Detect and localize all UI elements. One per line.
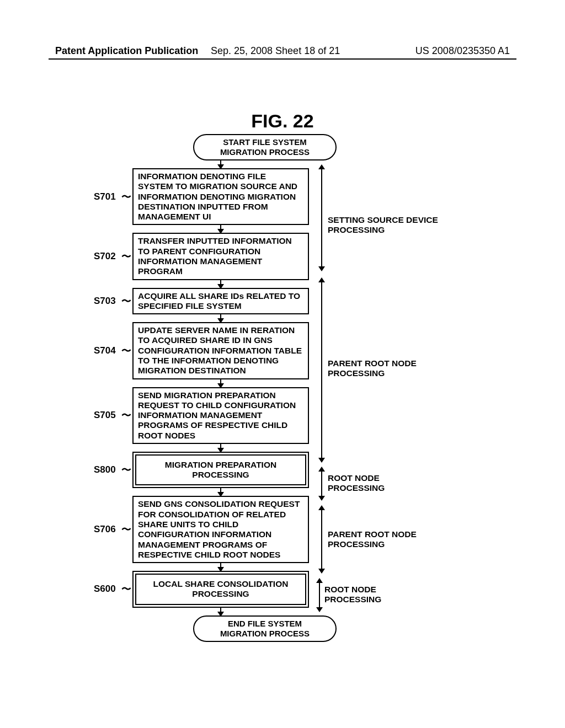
- step-text: SEND GNS CONSOLIDATION REQUEST FOR CONSO…: [132, 496, 309, 563]
- header-pub-number: US 2008/0235350 A1: [415, 45, 510, 57]
- subprocess-text: MIGRATION PREPARATION PROCESSING: [135, 454, 306, 486]
- step-s706: S706 〜 SEND GNS CONSOLIDATION REQUEST FO…: [132, 496, 309, 563]
- step-text: ACQUIRE ALL SHARE IDs RELATED TO SPECIFI…: [132, 288, 309, 315]
- step-id: S703: [94, 296, 116, 307]
- step-s702: S702 〜 TRANSFER INPUTTED INFORMATION TO …: [132, 233, 309, 280]
- tilde-icon: 〜: [121, 409, 131, 422]
- figure-title: FIG. 22: [0, 110, 565, 132]
- bracket-label-parent-root-2: PARENT ROOT NODE PROCESSING: [328, 529, 438, 550]
- step-id: S704: [94, 345, 116, 356]
- bracket-setting-source: [321, 165, 322, 270]
- header-pub-type: Patent Application Publication: [55, 45, 198, 57]
- step-s800: S800 〜 MIGRATION PREPARATION PROCESSING: [132, 452, 309, 489]
- header-date-sheet: Sep. 25, 2008 Sheet 18 of 21: [211, 45, 340, 57]
- terminator-end: END FILE SYSTEM MIGRATION PROCESS: [193, 615, 337, 642]
- step-id: S600: [94, 584, 116, 595]
- step-text: TRANSFER INPUTTED INFORMATION TO PARENT …: [132, 233, 309, 280]
- bracket-parent-root-1: [321, 279, 322, 462]
- tilde-icon: 〜: [121, 582, 131, 596]
- subprocess-text: LOCAL SHARE CONSOLIDATION PROCESSING: [135, 574, 306, 605]
- step-text: INFORMATION DENOTING FILE SYSTEM TO MIGR…: [132, 168, 309, 225]
- patent-page: Patent Application Publication Sep. 25, …: [0, 0, 565, 728]
- step-s705: S705 〜 SEND MIGRATION PREPARATION REQUES…: [132, 387, 309, 444]
- step-text: UPDATE SERVER NAME IN RERATION TO ACQUIR…: [132, 322, 309, 379]
- step-s703: S703 〜 ACQUIRE ALL SHARE IDs RELATED TO …: [132, 288, 309, 315]
- tilde-icon: 〜: [121, 344, 131, 357]
- step-text: SEND MIGRATION PREPARATION REQUEST TO CH…: [132, 387, 309, 444]
- tilde-icon: 〜: [121, 190, 131, 204]
- flowchart: START FILE SYSTEM MIGRATION PROCESS S701…: [94, 134, 436, 642]
- tilde-icon: 〜: [121, 463, 131, 477]
- bracket-root-node-1: [321, 468, 322, 500]
- step-id: S702: [94, 251, 116, 262]
- step-s704: S704 〜 UPDATE SERVER NAME IN RERATION TO…: [132, 322, 309, 379]
- bracket-label-setting-source: SETTING SOURCE DEVICE PROCESSING: [328, 215, 438, 235]
- step-id: S800: [94, 464, 116, 475]
- header-rule: [49, 58, 516, 60]
- step-id: S706: [94, 524, 116, 535]
- bracket-label-root-node-2: ROOT NODE PROCESSING: [324, 585, 435, 605]
- step-id: S701: [94, 191, 116, 202]
- tilde-icon: 〜: [121, 523, 131, 536]
- bracket-parent-root-2: [321, 506, 322, 572]
- tilde-icon: 〜: [121, 295, 131, 308]
- bracket-label-root-node-1: ROOT NODE PROCESSING: [328, 473, 438, 494]
- step-s600: S600 〜 LOCAL SHARE CONSOLIDATION PROCESS…: [132, 571, 309, 608]
- terminator-start: START FILE SYSTEM MIGRATION PROCESS: [193, 134, 337, 160]
- step-s701: S701 〜 INFORMATION DENOTING FILE SYSTEM …: [132, 168, 309, 225]
- tilde-icon: 〜: [121, 250, 131, 263]
- bracket-root-node-2: [319, 579, 320, 611]
- bracket-label-parent-root-1: PARENT ROOT NODE PROCESSING: [328, 358, 438, 379]
- step-id: S705: [94, 410, 116, 421]
